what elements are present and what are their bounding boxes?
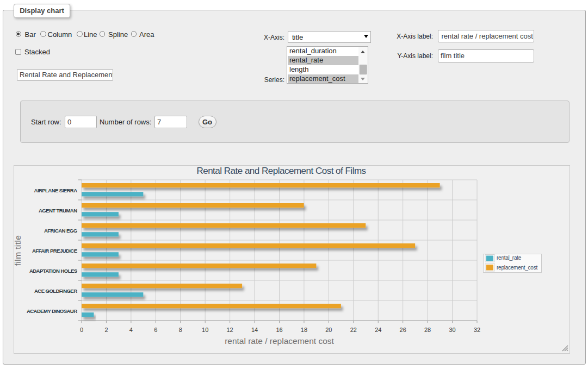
svg-text:AFFAIR PREJUDICE: AFFAIR PREJUDICE	[32, 248, 78, 254]
svg-text:AIRPLANE SIERRA: AIRPLANE SIERRA	[34, 187, 78, 193]
svg-text:24: 24	[375, 327, 381, 333]
svg-text:10: 10	[202, 327, 208, 333]
svg-text:rental rate / replacement cost: rental rate / replacement cost	[225, 336, 334, 346]
svg-text:12: 12	[226, 327, 233, 333]
svg-text:18: 18	[301, 327, 307, 333]
svg-text:rental_rate: rental_rate	[497, 255, 522, 261]
svg-text:AGENT TRUMAN: AGENT TRUMAN	[39, 208, 77, 214]
svg-text:8: 8	[179, 327, 182, 333]
svg-text:0: 0	[80, 327, 83, 333]
svg-text:4: 4	[129, 327, 133, 333]
svg-text:replacement_cost: replacement_cost	[497, 265, 537, 271]
svg-text:ACE GOLDFINGER: ACE GOLDFINGER	[34, 288, 77, 294]
svg-text:14: 14	[251, 327, 258, 333]
svg-text:28: 28	[424, 327, 431, 333]
svg-text:ADAPTATION HOLES: ADAPTATION HOLES	[29, 268, 78, 274]
svg-text:32: 32	[474, 327, 480, 333]
svg-text:2: 2	[104, 327, 108, 333]
svg-text:AFRICAN EGG: AFRICAN EGG	[44, 228, 77, 234]
svg-text:30: 30	[449, 327, 455, 333]
svg-text:26: 26	[400, 327, 406, 333]
svg-text:Rental Rate and Replacement Co: Rental Rate and Replacement Cost of Film…	[196, 166, 366, 176]
svg-text:ACADEMY DINOSAUR: ACADEMY DINOSAUR	[27, 308, 77, 314]
svg-text:6: 6	[154, 327, 157, 333]
svg-text:film title: film title	[14, 235, 22, 266]
svg-text:22: 22	[350, 327, 357, 333]
svg-text:16: 16	[276, 327, 282, 333]
svg-text:20: 20	[325, 327, 332, 333]
